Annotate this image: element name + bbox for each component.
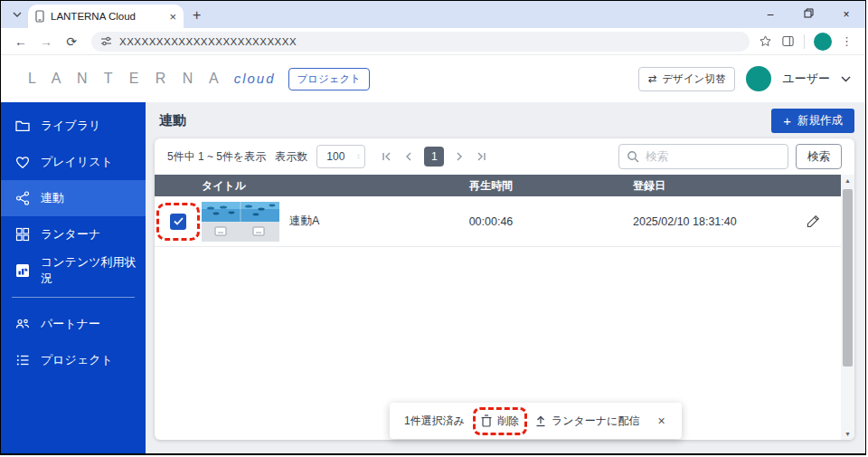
sidebar-item-label: コンテンツ利用状況 xyxy=(41,254,146,287)
sidebar-item-lanterna[interactable]: ランターナ xyxy=(1,216,146,252)
bookmark-star-icon[interactable] xyxy=(759,34,772,48)
delete-button[interactable]: 削除 xyxy=(481,414,519,429)
sidebar-item-label: パートナー xyxy=(41,316,100,332)
browser-menu-icon[interactable]: ⋮ xyxy=(841,34,853,48)
sidebar-item-content-usage[interactable]: コンテンツ利用状況 xyxy=(1,252,146,289)
list-icon xyxy=(14,352,31,368)
search-button[interactable]: 検索 xyxy=(796,144,842,169)
search-input[interactable] xyxy=(646,150,780,163)
minimize-button[interactable]: – xyxy=(751,8,789,21)
restore-button[interactable] xyxy=(789,8,827,21)
user-avatar[interactable] xyxy=(746,66,771,91)
heart-icon xyxy=(14,154,31,170)
sidebar-item-label: 連動 xyxy=(41,190,64,206)
next-page-icon[interactable] xyxy=(456,151,463,162)
table: タイトル 再生時間 登録日 xyxy=(155,175,841,247)
window-controls: – × xyxy=(751,1,865,28)
site-settings-icon[interactable] xyxy=(100,35,112,47)
stepper-arrows-icon[interactable] xyxy=(357,151,360,162)
reload-icon[interactable]: ⟳ xyxy=(61,34,82,49)
browser-toolbar: ← → ⟳ XXXXXXXXXXXXXXXXXXXXXXXX ⋮ xyxy=(1,28,865,55)
chart-icon xyxy=(14,262,31,279)
scroll-up-icon[interactable]: ▲ xyxy=(841,177,854,184)
tab-favicon-device-icon xyxy=(35,10,44,23)
tab-close-icon[interactable]: × xyxy=(169,11,176,23)
tab-strip: LANTERNA Cloud × + – × xyxy=(1,1,865,28)
sidebar-item-label: プロジェクト xyxy=(41,352,113,368)
pager: 1 xyxy=(382,147,486,167)
people-icon xyxy=(14,316,31,332)
row-checkbox-checked[interactable] xyxy=(170,214,186,230)
create-new-label: 新規作成 xyxy=(797,113,843,129)
search-field[interactable] xyxy=(618,144,788,169)
row-duration: 00:00:46 xyxy=(414,215,568,228)
swap-arrows-icon: ⇄ xyxy=(648,72,657,85)
app-header-right: ⇄ デザイン切替 ユーザー xyxy=(638,66,851,91)
trash-icon xyxy=(481,414,492,427)
upload-icon xyxy=(535,415,546,427)
col-header-registered: 登録日 xyxy=(568,178,785,194)
selection-toolbar: 1件選択済み 削除 ランターナに配信 × xyxy=(390,403,682,439)
table-row[interactable]: 連動A 00:00:46 2025/02/10 18:31:40 xyxy=(155,196,841,247)
row-registered-date: 2025/02/10 18:31:40 xyxy=(568,215,785,228)
user-menu-chevron-icon[interactable] xyxy=(841,76,851,82)
per-page-label: 表示数 xyxy=(275,149,307,165)
selected-count: 1件選択済み xyxy=(404,414,465,429)
browser-profile-avatar[interactable] xyxy=(814,33,832,51)
delete-label: 削除 xyxy=(497,414,519,429)
sidebar-item-playlist[interactable]: プレイリスト xyxy=(1,144,146,180)
selection-close-icon[interactable]: × xyxy=(656,414,666,428)
per-page-stepper[interactable] xyxy=(316,145,365,168)
scroll-down-icon[interactable]: ▼ xyxy=(841,431,854,437)
browser-actions: ⋮ xyxy=(759,33,856,51)
search-icon xyxy=(627,150,639,163)
sidebar-item-project[interactable]: プロジェクト xyxy=(1,342,146,378)
last-page-icon[interactable] xyxy=(475,151,486,162)
new-tab-button[interactable]: + xyxy=(193,8,201,23)
browser-tab[interactable]: LANTERNA Cloud × xyxy=(28,5,184,28)
folder-icon xyxy=(14,118,31,134)
list-card: 5件中 1 ~ 5件を表示 表示数 1 xyxy=(155,138,854,440)
current-page-chip[interactable]: 1 xyxy=(424,147,444,167)
sidebar-item-partner[interactable]: パートナー xyxy=(1,306,146,342)
sidebar-item-library[interactable]: ライブラリ xyxy=(1,108,146,144)
prev-page-icon[interactable] xyxy=(405,151,412,162)
sidebar-item-label: ランターナ xyxy=(41,226,100,243)
list-toolbar: 5件中 1 ~ 5件を表示 表示数 1 xyxy=(155,138,854,175)
side-panel-icon[interactable] xyxy=(781,34,795,48)
sidebar-item-rendou-active[interactable]: 連動 xyxy=(1,180,146,216)
distribute-button[interactable]: ランターナに配信 xyxy=(535,414,639,429)
sidebar-item-label: ライブラリ xyxy=(41,118,101,134)
scrollbar-thumb[interactable] xyxy=(843,189,853,367)
create-new-button[interactable]: + 新規作成 xyxy=(771,109,854,133)
col-header-duration: 再生時間 xyxy=(414,178,568,194)
logo-cloud: cloud xyxy=(234,71,276,86)
address-bar[interactable]: XXXXXXXXXXXXXXXXXXXXXXXX xyxy=(91,32,750,52)
back-icon[interactable]: ← xyxy=(10,34,32,49)
design-switch-button[interactable]: ⇄ デザイン切替 xyxy=(638,67,736,91)
close-window-button[interactable]: × xyxy=(827,8,865,21)
result-summary: 5件中 1 ~ 5件を表示 xyxy=(167,149,266,165)
project-button[interactable]: プロジェクト xyxy=(288,68,371,90)
app-header: L A N T E R N A cloud プロジェクト ⇄ デザイン切替 ユー… xyxy=(1,55,865,102)
app-logo: L A N T E R N A cloud xyxy=(28,71,276,87)
design-switch-label: デザイン切替 xyxy=(662,72,725,86)
per-page-input[interactable] xyxy=(326,150,352,163)
tab-title: LANTERNA Cloud xyxy=(51,11,163,22)
grid-icon xyxy=(14,226,31,243)
vertical-scrollbar[interactable]: ▲ ▼ xyxy=(841,175,854,440)
tab-search-chevron-icon[interactable] xyxy=(8,5,26,24)
first-page-icon[interactable] xyxy=(382,151,393,162)
share-icon xyxy=(14,190,31,206)
main-content: 連動 + 新規作成 5件中 1 ~ 5件を表示 表示数 xyxy=(146,102,865,455)
row-thumbnail xyxy=(202,202,279,242)
toolbar-separator xyxy=(804,34,805,49)
user-name: ユーザー xyxy=(782,71,830,87)
forward-icon[interactable]: → xyxy=(35,34,57,49)
sidebar: ライブラリ プレイリスト 連動 ランターナ コンテンツ利用状況 パートナー xyxy=(1,102,146,455)
col-header-title: タイトル xyxy=(202,178,414,194)
edit-pencil-icon[interactable] xyxy=(785,213,841,230)
row-title[interactable]: 連動A xyxy=(289,214,319,229)
url-text: XXXXXXXXXXXXXXXXXXXXXXXX xyxy=(119,36,297,47)
table-header-row: タイトル 再生時間 登録日 xyxy=(155,175,841,196)
